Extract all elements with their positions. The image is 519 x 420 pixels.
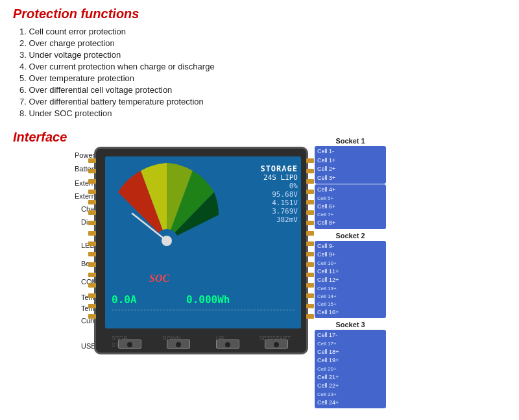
pin — [306, 221, 314, 225]
voltage2-text: 4.151V — [260, 199, 298, 207]
interface-diagram: Power Selector Battery Pack ↘ External P… — [13, 150, 454, 371]
socket1-cells-group2: Cell 4+ Cell 5+ Cell 6+ Cell 7+ Cell 8+ — [315, 184, 386, 229]
protection-title: Protection functions — [13, 6, 506, 21]
list-item: Over current protection when charge or d… — [19, 62, 506, 71]
socket2-cell4: Cell 11+ — [317, 267, 383, 277]
screen-divider — [112, 310, 295, 310]
pin — [88, 231, 96, 236]
socket1-cell9: Cell 8+ — [317, 219, 383, 228]
socket1-cell6: Cell 5+ — [317, 195, 383, 203]
voltage1-text: 95.68V — [260, 190, 298, 199]
list-item: Over differential battery temperature pr… — [19, 97, 506, 106]
socket1-cells-group1: Cell 1- Cell 1+ Cell 2+ Cell 3+ — [315, 146, 386, 184]
storage-text: STORAGE — [260, 164, 298, 173]
pin — [306, 210, 314, 215]
socket3-title: Socket 3 — [315, 321, 386, 328]
pin — [306, 169, 314, 173]
pin — [88, 190, 96, 194]
voltage3-text: 3.769V — [260, 207, 298, 216]
pin — [306, 283, 314, 288]
socket1-cell7: Cell 6+ — [317, 203, 383, 212]
pin — [88, 200, 96, 204]
pin — [306, 241, 314, 246]
pin — [306, 179, 314, 184]
device-screen: STORAGE 24S LIPO 0% 95.68V 4.151V 3.769V… — [105, 156, 301, 328]
pin — [306, 200, 314, 204]
soc-label: SOC — [149, 273, 169, 284]
list-item: Over differential cell voltage protectio… — [19, 85, 506, 95]
socket3-cell5: Cell 20+ — [317, 365, 383, 373]
pin — [306, 262, 314, 267]
screen-info: STORAGE 24S LIPO 0% 95.68V 4.151V 3.769V… — [260, 164, 298, 224]
pin — [88, 304, 96, 308]
socket3-cells: Cell 17- Cell 17+ Cell 18+ Cell 19+ Cell… — [315, 330, 386, 408]
socket-panel: Socket 1 Cell 1- Cell 1+ Cell 2+ Cell 3+… — [315, 137, 386, 409]
pin — [306, 304, 314, 308]
socket3-cell3: Cell 18+ — [317, 348, 383, 357]
socket3-cell2: Cell 17+ — [317, 340, 383, 348]
btn-label-setstart: SET/START — [259, 335, 291, 348]
list-item: Under SOC protection — [19, 108, 506, 118]
pin — [306, 314, 314, 319]
pin — [88, 210, 96, 215]
socket1-cell1: Cell 1- — [317, 147, 383, 156]
socket2-cell3: Cell 10+ — [317, 260, 383, 267]
socket3-cell8: Cell 23+ — [317, 391, 383, 399]
pin — [88, 252, 96, 256]
socket2-title: Socket 2 — [315, 232, 386, 240]
pin — [306, 293, 314, 298]
pin — [88, 179, 96, 184]
pin — [88, 283, 96, 288]
pin — [88, 169, 96, 173]
lipo-text: 24S LIPO — [260, 173, 298, 182]
socket2-cell2: Cell 9+ — [317, 251, 383, 260]
pin — [88, 314, 96, 319]
pin — [306, 190, 314, 194]
pin — [306, 252, 314, 256]
right-pins — [306, 158, 314, 319]
socket3-cell6: Cell 21+ — [317, 373, 383, 382]
pin — [88, 293, 96, 298]
pin — [88, 241, 96, 246]
protection-list: Cell count error protection Over charge … — [19, 27, 506, 118]
socket2-cells: Cell 9- Cell 9+ Cell 10+ Cell 11+ Cell 1… — [315, 241, 386, 319]
mv-text: 382mV — [260, 216, 298, 224]
left-pins — [88, 158, 96, 319]
pin — [88, 262, 96, 267]
pin — [306, 231, 314, 236]
socket2-cell1: Cell 9- — [317, 242, 383, 251]
socket2-cell7: Cell 14+ — [317, 293, 383, 301]
btn-label-up: UP — [216, 335, 224, 348]
pin — [306, 273, 314, 277]
protection-section: Protection functions Cell count error pr… — [13, 6, 506, 118]
interface-section: Interface Power Selector Battery Pack ↘ … — [13, 130, 506, 371]
socket2-cell9: Cell 16+ — [317, 308, 383, 317]
socket2-cell5: Cell 12+ — [317, 276, 383, 285]
pin — [88, 221, 96, 225]
socket2-cell6: Cell 13+ — [317, 285, 383, 293]
socket3-cell1: Cell 17- — [317, 331, 383, 340]
socket1-cell4: Cell 3+ — [317, 174, 383, 183]
button-labels-row: STOP STOP DOWN UP SET/START — [94, 335, 308, 348]
btn-label-stop: STOP STOP — [112, 335, 127, 348]
socket1-title: Socket 1 — [315, 137, 386, 145]
list-item: Cell count error protection — [19, 27, 506, 36]
socket1-cell3: Cell 2+ — [317, 165, 383, 174]
list-item: Over charge protection — [19, 38, 506, 48]
percent-text: 0% — [260, 182, 298, 190]
pin — [88, 158, 96, 163]
interface-title: Interface — [13, 130, 506, 145]
btn-label-down: DOWN — [162, 335, 181, 348]
socket3-cell7: Cell 22+ — [317, 382, 383, 391]
socket3-cell4: Cell 19+ — [317, 356, 383, 365]
socket1-cell2: Cell 1+ — [317, 156, 383, 166]
list-item: Under voltage protection — [19, 50, 506, 60]
socket1-cell8: Cell 7+ — [317, 211, 383, 219]
list-item: Over temperature protection — [19, 73, 506, 83]
pin — [88, 273, 96, 277]
current-display: 0.0A — [112, 293, 137, 306]
socket3-cell9: Cell 24+ — [317, 399, 383, 408]
socket2-cell8: Cell 15+ — [317, 301, 383, 308]
wh-display: 0.000Wh — [186, 293, 230, 306]
socket1-cell5: Cell 4+ — [317, 186, 383, 195]
